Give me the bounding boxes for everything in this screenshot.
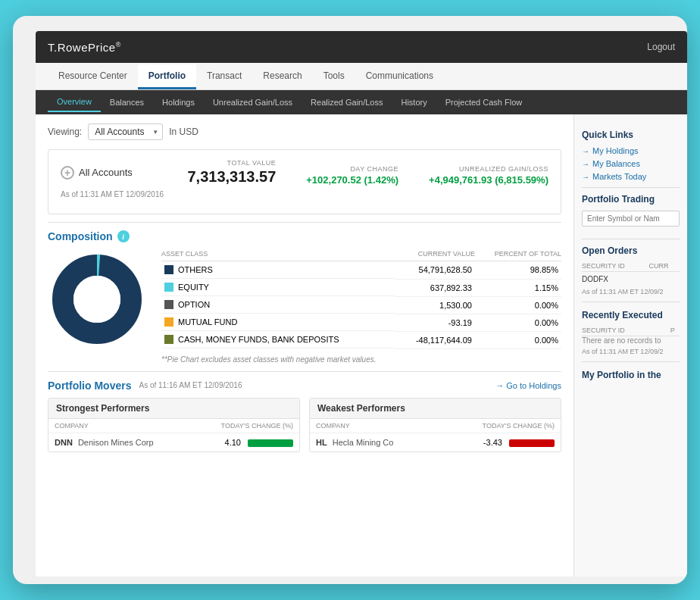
subnav-realized[interactable]: Realized Gain/Loss [302,93,392,111]
table-row: MUTUAL FUND -93.19 0.00% [161,314,561,331]
table-row: DNN Denison Mines Corp 4.10 [48,433,299,452]
composition-percent: 1.15% [475,279,561,296]
open-orders-table: SECURITY ID CURR DODFX [582,261,680,286]
account-summary: + All Accounts TOTAL VALUE 7,313,313.57 … [48,149,561,214]
orders-col-curr: CURR [649,261,680,272]
logo-reg: ® [116,41,121,48]
composition-value: -93.19 [395,314,475,331]
color-swatch [164,335,173,344]
strongest-title: Strongest Performers [48,398,299,419]
weakest-col-change: TODAY'S CHANGE (%) [439,419,561,433]
table-row: HL Hecla Mining Co -3.43 [310,433,561,452]
logout-button[interactable]: Logout [647,42,675,52]
open-orders-title: Open Orders [582,245,680,256]
markets-today-link[interactable]: → Markets Today [582,172,680,181]
sidebar-divider-2 [582,239,680,239]
open-orders-date: As of 11:31 AM ET 12/09/2 [582,288,680,295]
composition-asset-class: CASH, MONEY FUNDS, BANK DEPOSITS [161,331,395,348]
currency-label: In USD [169,127,198,137]
go-to-holdings-link[interactable]: → Go to Holdings [495,381,561,390]
divider-2 [48,371,561,372]
day-change-label: DAY CHANGE [306,165,398,173]
markets-today-label: Markets Today [592,172,646,181]
movers-title-area: Portfolio Movers As of 11:16 AM ET 12/09… [48,380,242,392]
composition-value: 54,791,628.50 [395,261,475,280]
subnav-unrealized[interactable]: Unrealized Gain/Loss [204,93,302,111]
quick-links-title: Quick Links [582,130,680,140]
table-row: CASH, MONEY FUNDS, BANK DEPOSITS -48,117… [161,331,561,348]
composition-value: -48,117,644.09 [395,331,475,348]
subnav-holdings[interactable]: Holdings [153,93,204,111]
composition-table: ASSET CLASS CURRENT VALUE PERCENT OF TOT… [161,250,561,364]
divider-1 [48,222,561,223]
table-row: EQUITY 637,892.33 1.15% [161,279,561,296]
color-swatch [164,283,173,292]
order-curr [649,272,680,287]
nav-research[interactable]: Research [252,64,312,89]
composition-asset-class: MUTUAL FUND [161,314,395,331]
account-name-text: All Accounts [79,167,133,178]
sidebar-divider-1 [582,187,680,188]
nav-resource-center[interactable]: Resource Center [48,64,138,89]
nav-communications[interactable]: Communications [355,64,444,89]
as-of-date: As of 11:31 AM ET 12/09/2016 [61,190,548,198]
my-holdings-link[interactable]: → My Holdings [582,146,680,155]
right-sidebar: Quick Links → My Holdings → My Balances … [573,114,687,577]
weakest-performers-panel: Weakest Performers COMPANY TODAY'S CHANG… [309,398,561,452]
day-change-group: DAY CHANGE +102,270.52 (1.42%) [306,165,398,186]
no-records-text: There are no records to [582,336,680,345]
account-values: TOTAL VALUE 7,313,313.57 DAY CHANGE +102… [187,159,548,186]
subnav-history[interactable]: History [392,93,436,111]
sidebar-divider-4 [582,361,680,362]
nav-transact[interactable]: Transact [196,64,252,89]
strongest-company: DNN Denison Mines Corp [48,433,191,452]
composition-percent: 0.00% [475,314,561,331]
arrow-icon: → [582,147,589,155]
sidebar-divider-3 [582,302,680,302]
subnav-projected-cash-flow[interactable]: Projected Cash Flow [436,93,532,111]
viewing-label: Viewing: [48,127,82,137]
account-select[interactable]: All Accounts Account 1 Account 2 [88,123,163,140]
subnav-balances[interactable]: Balances [101,93,153,111]
col-asset-class: ASSET CLASS [161,250,395,261]
composition-percent: 0.00% [475,331,561,348]
weakest-company: HL Hecla Mining Co [310,433,439,452]
expand-icon[interactable]: + [61,166,74,180]
recently-col-security: SECURITY ID [582,325,670,336]
unrealized-label: UNREALIZED GAIN/LOSS [429,165,548,173]
chart-note: **Pie Chart excludes asset classes with … [161,355,561,364]
top-bar-actions: Logout [647,42,675,52]
table-row: OTHERS 54,791,628.50 98.85% [161,261,561,280]
composition-percent: 0.00% [475,296,561,314]
movers-header: Portfolio Movers As of 11:16 AM ET 12/09… [48,380,561,392]
color-swatch [164,300,173,309]
content-area: Viewing: All Accounts Account 1 Account … [36,114,687,577]
positive-bar [248,439,293,447]
svg-point-2 [73,276,120,323]
composition-asset-class: OTHERS [161,261,395,279]
donut-chart [48,250,146,348]
portfolio-trading-input[interactable] [582,211,680,227]
weakest-title: Weakest Performers [310,398,561,419]
recently-executed-date: As of 11:31 AM ET 12/09/2 [582,348,680,355]
color-swatch [164,265,173,274]
subnav-overview[interactable]: Overview [48,92,101,112]
orders-col-security: SECURITY ID [582,261,649,272]
table-row: OPTION 1,530.00 0.00% [161,296,561,314]
arrow-icon: → [582,173,589,181]
my-balances-link[interactable]: → My Balances [582,159,680,168]
composition-value: 1,530.00 [395,296,475,314]
table-row: DODFX [582,272,680,287]
negative-bar [509,439,555,447]
order-security: DODFX [582,272,649,287]
col-current-value: CURRENT VALUE [395,250,475,261]
composition-asset-class: EQUITY [161,279,395,296]
nav-portfolio[interactable]: Portfolio [138,64,196,89]
movers-grid: Strongest Performers COMPANY TODAY'S CHA… [48,398,561,452]
arrow-icon: → [582,160,589,168]
nav-tools[interactable]: Tools [313,64,355,89]
my-balances-label: My Balances [592,159,640,168]
strongest-col-change: TODAY'S CHANGE (%) [191,419,299,433]
composition-value: 637,892.33 [395,279,475,296]
info-icon[interactable]: i [117,230,130,242]
